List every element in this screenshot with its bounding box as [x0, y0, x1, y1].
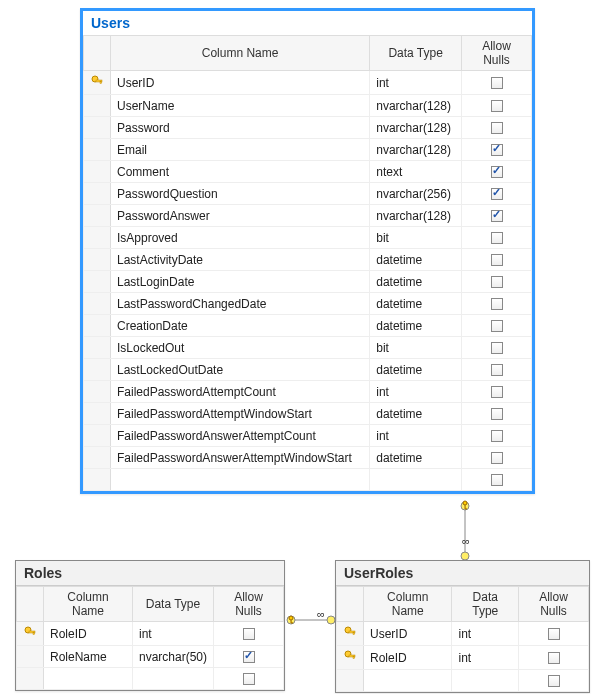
header-data-type[interactable]: Data Type [370, 36, 462, 71]
column-name-cell[interactable]: Password [111, 117, 370, 139]
data-type-cell[interactable] [132, 668, 213, 690]
column-row[interactable]: IsApprovedbit [84, 227, 532, 249]
allow-nulls-cell[interactable] [462, 425, 532, 447]
data-type-cell[interactable]: nvarchar(128) [370, 95, 462, 117]
allow-nulls-cell[interactable] [462, 447, 532, 469]
allow-nulls-checkbox[interactable] [243, 673, 255, 685]
allow-nulls-checkbox[interactable] [491, 254, 503, 266]
header-data-type[interactable]: Data Type [132, 587, 213, 622]
allow-nulls-cell[interactable] [462, 359, 532, 381]
data-type-cell[interactable]: datetime [370, 447, 462, 469]
allow-nulls-checkbox[interactable] [491, 342, 503, 354]
header-allow-nulls[interactable]: Allow Nulls [214, 587, 284, 622]
data-type-cell[interactable]: int [370, 381, 462, 403]
allow-nulls-cell[interactable] [214, 622, 284, 646]
allow-nulls-checkbox[interactable] [491, 77, 503, 89]
data-type-cell[interactable]: bit [370, 227, 462, 249]
allow-nulls-checkbox[interactable] [491, 452, 503, 464]
data-type-cell[interactable]: int [452, 622, 519, 646]
column-row[interactable]: UserIDint [337, 622, 589, 646]
data-type-cell[interactable]: int [132, 622, 213, 646]
column-row[interactable]: Passwordnvarchar(128) [84, 117, 532, 139]
table-title[interactable]: Users [83, 11, 532, 35]
allow-nulls-cell[interactable] [462, 139, 532, 161]
column-row[interactable]: RoleNamenvarchar(50) [17, 646, 284, 668]
column-row[interactable]: LastActivityDatedatetime [84, 249, 532, 271]
column-row[interactable]: UserIDint [84, 71, 532, 95]
header-column-name[interactable]: Column Name [364, 587, 452, 622]
allow-nulls-checkbox[interactable] [548, 652, 560, 664]
column-name-cell[interactable] [364, 670, 452, 692]
column-name-cell[interactable]: RoleID [364, 646, 452, 670]
allow-nulls-cell[interactable] [462, 293, 532, 315]
allow-nulls-checkbox[interactable] [491, 188, 503, 200]
column-name-cell[interactable]: UserID [111, 71, 370, 95]
column-row[interactable]: PasswordAnswernvarchar(128) [84, 205, 532, 227]
column-name-cell[interactable]: Email [111, 139, 370, 161]
allow-nulls-cell[interactable] [462, 469, 532, 491]
allow-nulls-cell[interactable] [462, 337, 532, 359]
table-users[interactable]: UsersColumn NameData TypeAllow NullsUser… [80, 8, 535, 494]
column-name-cell[interactable]: FailedPasswordAnswerAttemptWindowStart [111, 447, 370, 469]
header-column-name[interactable]: Column Name [111, 36, 370, 71]
column-row[interactable]: PasswordQuestionnvarchar(256) [84, 183, 532, 205]
allow-nulls-checkbox[interactable] [548, 628, 560, 640]
allow-nulls-checkbox[interactable] [491, 210, 503, 222]
table-roles[interactable]: RolesColumn NameData TypeAllow NullsRole… [15, 560, 285, 691]
data-type-cell[interactable]: bit [370, 337, 462, 359]
allow-nulls-checkbox[interactable] [491, 386, 503, 398]
column-row[interactable]: CreationDatedatetime [84, 315, 532, 337]
column-name-cell[interactable] [44, 668, 133, 690]
data-type-cell[interactable] [370, 469, 462, 491]
column-name-cell[interactable]: UserName [111, 95, 370, 117]
allow-nulls-cell[interactable] [519, 646, 589, 670]
allow-nulls-cell[interactable] [462, 95, 532, 117]
data-type-cell[interactable]: int [370, 71, 462, 95]
column-row[interactable]: RoleIDint [17, 622, 284, 646]
data-type-cell[interactable]: datetime [370, 249, 462, 271]
column-name-cell[interactable]: LastLoginDate [111, 271, 370, 293]
allow-nulls-cell[interactable] [462, 227, 532, 249]
column-row[interactable] [84, 469, 532, 491]
allow-nulls-checkbox[interactable] [491, 232, 503, 244]
column-row[interactable]: FailedPasswordAttemptWindowStartdatetime [84, 403, 532, 425]
data-type-cell[interactable]: datetime [370, 293, 462, 315]
column-row[interactable]: LastPasswordChangedDatedatetime [84, 293, 532, 315]
data-type-cell[interactable]: int [370, 425, 462, 447]
allow-nulls-checkbox[interactable] [491, 320, 503, 332]
data-type-cell[interactable]: datetime [370, 315, 462, 337]
column-name-cell[interactable]: PasswordAnswer [111, 205, 370, 227]
allow-nulls-checkbox[interactable] [491, 474, 503, 486]
column-row[interactable]: LastLockedOutDatedatetime [84, 359, 532, 381]
data-type-cell[interactable]: nvarchar(128) [370, 139, 462, 161]
allow-nulls-cell[interactable] [462, 271, 532, 293]
header-column-name[interactable]: Column Name [44, 587, 133, 622]
column-name-cell[interactable]: LastActivityDate [111, 249, 370, 271]
allow-nulls-checkbox[interactable] [491, 430, 503, 442]
allow-nulls-cell[interactable] [462, 71, 532, 95]
data-type-cell[interactable]: nvarchar(50) [132, 646, 213, 668]
column-name-cell[interactable]: FailedPasswordAnswerAttemptCount [111, 425, 370, 447]
allow-nulls-checkbox[interactable] [491, 166, 503, 178]
allow-nulls-cell[interactable] [462, 183, 532, 205]
column-name-cell[interactable]: PasswordQuestion [111, 183, 370, 205]
column-name-cell[interactable]: IsLockedOut [111, 337, 370, 359]
column-name-cell[interactable]: LastLockedOutDate [111, 359, 370, 381]
data-type-cell[interactable]: datetime [370, 271, 462, 293]
column-row[interactable]: FailedPasswordAnswerAttemptCountint [84, 425, 532, 447]
column-row[interactable]: LastLoginDatedatetime [84, 271, 532, 293]
table-title[interactable]: UserRoles [336, 561, 589, 586]
column-row[interactable]: UserNamenvarchar(128) [84, 95, 532, 117]
column-row[interactable]: RoleIDint [337, 646, 589, 670]
allow-nulls-cell[interactable] [462, 403, 532, 425]
column-row[interactable]: Commentntext [84, 161, 532, 183]
header-data-type[interactable]: Data Type [452, 587, 519, 622]
allow-nulls-checkbox[interactable] [491, 364, 503, 376]
column-name-cell[interactable]: FailedPasswordAttemptCount [111, 381, 370, 403]
allow-nulls-checkbox[interactable] [491, 276, 503, 288]
column-name-cell[interactable]: RoleID [44, 622, 133, 646]
column-name-cell[interactable]: LastPasswordChangedDate [111, 293, 370, 315]
column-name-cell[interactable]: RoleName [44, 646, 133, 668]
column-name-cell[interactable]: UserID [364, 622, 452, 646]
column-row[interactable]: Emailnvarchar(128) [84, 139, 532, 161]
